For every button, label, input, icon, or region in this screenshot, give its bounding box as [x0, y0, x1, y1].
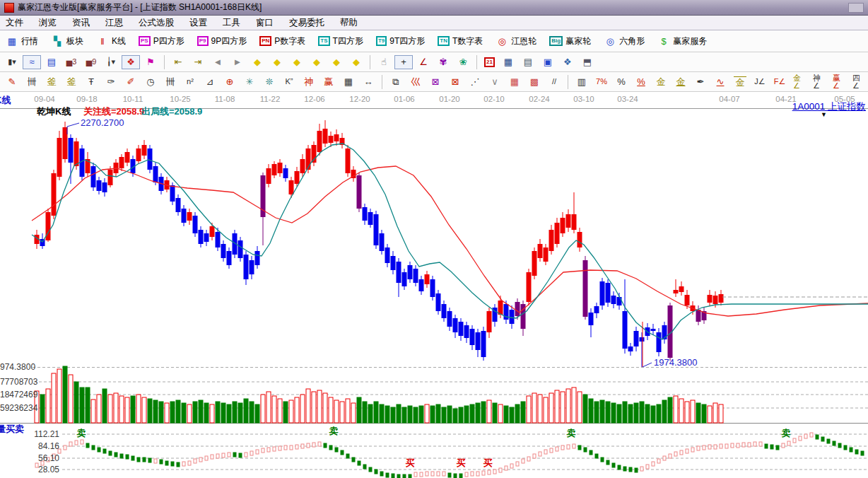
diamond-x-icon[interactable]: ◆ [307, 55, 326, 69]
first-page-icon[interactable]: ⇤ [169, 55, 187, 69]
grid-123-icon[interactable]: ▦ [339, 75, 358, 89]
fan-red-icon[interactable]: 巛 [406, 75, 425, 89]
diamond-h-icon[interactable]: ◆ [288, 55, 306, 69]
menu-item-2[interactable]: 浏览 [39, 17, 57, 29]
chart-area[interactable]: K线 09-0409-1810-1110-2511-0811-2212-0612… [0, 92, 868, 478]
gann-comb-icon[interactable]: 卌 [23, 75, 41, 89]
wave-red-line-icon[interactable]: ∿ [711, 75, 729, 89]
winner-wheel-button[interactable]: Big赢家轮 [546, 34, 594, 49]
shen-angle-icon[interactable]: 神∠ [810, 75, 828, 89]
gold-top-line-icon[interactable]: 金 [731, 75, 749, 89]
menu-item-7[interactable]: 工具 [223, 17, 240, 29]
n-squared-icon[interactable]: n² [181, 75, 199, 89]
spiral-icon[interactable]: ✑ [102, 75, 120, 89]
percent-line-icon[interactable]: % [632, 75, 650, 89]
pane-tab-kline[interactable]: K线 [0, 94, 11, 107]
angle-mirror-icon[interactable]: ⊿ [201, 75, 219, 89]
t-number-table-button[interactable]: TNT数字表 [435, 34, 486, 49]
hand-tool-icon[interactable]: ☝ [375, 55, 393, 69]
si-angle-icon[interactable]: 四∠ [850, 75, 868, 89]
span-arrows-icon[interactable]: ↔ [359, 75, 377, 89]
grid-dots-box-icon[interactable]: ▩ [525, 75, 544, 89]
last-page-icon[interactable]: ⇥ [189, 55, 207, 69]
f-angle-icon[interactable]: F∠ [770, 75, 789, 89]
symbol-caret-icon[interactable]: ▼ [821, 111, 827, 118]
menu-item-5[interactable]: 公式选股 [139, 17, 174, 29]
f-comb-icon[interactable]: Ŧ [82, 75, 100, 89]
9t-square-button[interactable]: T99T四方形 [373, 34, 428, 49]
k-ticks-icon[interactable]: K” [280, 75, 298, 89]
diamond-all-icon[interactable]: ◆ [347, 55, 365, 69]
percent-icon[interactable]: % [612, 75, 631, 89]
hexagon-button[interactable]: ◎六角形 [601, 34, 647, 49]
gann-shape-tool-icon[interactable]: ✾ [434, 55, 452, 69]
gold-comb-1-icon[interactable]: 釜 [42, 75, 61, 89]
candle-style-dropdown[interactable]: ╽▾ [102, 55, 120, 69]
quotes-button[interactable]: ▦行情 [3, 34, 41, 49]
grid-dots-red-icon[interactable]: ▦ [505, 75, 524, 89]
pencil-red-icon[interactable]: ✐ [122, 75, 140, 89]
menu-item-1[interactable]: 文件 [6, 17, 23, 29]
chart-type-dropdown[interactable]: ▮▾ [3, 55, 21, 69]
menu-item-6[interactable]: 设置 [189, 17, 207, 29]
compression-wave-icon[interactable]: ≈ [23, 55, 41, 69]
j-angle-icon[interactable]: J∠ [751, 75, 769, 89]
9p-square-button[interactable]: P99P四方形 [194, 34, 250, 49]
t-square-button[interactable]: TST四方形 [315, 34, 366, 49]
notepad-icon[interactable]: ▤ [519, 55, 537, 69]
info-panel-icon[interactable]: ▤ [42, 55, 61, 69]
p-number-table-button[interactable]: PNP数字表 [257, 34, 308, 49]
export-icon[interactable]: ❖ [558, 55, 577, 69]
calendar-icon[interactable]: 21 [481, 56, 498, 69]
web-2-icon[interactable]: ❊ [260, 75, 278, 89]
pin-tool-icon[interactable]: ✒ [691, 75, 710, 89]
gann-wheel-button[interactable]: ◎江恩轮 [493, 34, 539, 49]
comb-2-icon[interactable]: 卌 [161, 75, 180, 89]
box-measure-icon[interactable]: ⧉ [387, 75, 405, 89]
prev-page-icon[interactable]: ◄ [209, 55, 227, 69]
gold-circle-icon[interactable]: 金 [652, 75, 670, 89]
flag-icon[interactable]: ⚑ [141, 55, 160, 69]
trend-lines-icon[interactable]: ⋰ [466, 75, 484, 89]
shen-tool-icon[interactable]: 神 [300, 75, 318, 89]
price-scale-icon[interactable]: ▥ [573, 75, 591, 89]
menu-item-8[interactable]: 窗口 [256, 17, 274, 29]
fan-box-red-icon[interactable]: ⊠ [446, 75, 464, 89]
gold-line-icon[interactable]: 金 [671, 75, 690, 89]
fan-box-purple-icon[interactable]: ⊠ [426, 75, 445, 89]
qiankun-pattern-icon[interactable]: ❖ [122, 55, 140, 69]
check-wave-icon[interactable]: ∨ [486, 75, 504, 89]
bars-3-icon[interactable]: ▅3 [62, 55, 81, 69]
target-cross-icon[interactable]: ⊕ [221, 75, 239, 89]
computer-icon[interactable]: ⬒ [578, 55, 597, 69]
gold-comb-2-icon[interactable]: 釜 [62, 75, 81, 89]
kline-button[interactable]: ‖K线 [93, 34, 129, 49]
menu-item-10[interactable]: 帮助 [340, 17, 358, 29]
chart-canvas[interactable] [0, 92, 868, 478]
diamond-right-icon[interactable]: ◆ [268, 55, 286, 69]
angle-line-tool-icon[interactable]: ∠ [414, 55, 433, 69]
winner-service-button[interactable]: $赢家服务 [655, 34, 710, 49]
ying-tool-icon[interactable]: 赢 [319, 75, 338, 89]
percent-7-icon[interactable]: 7% [592, 75, 611, 89]
diamond-plus-icon[interactable]: ◆ [327, 55, 346, 69]
window-button[interactable] [848, 3, 864, 13]
crosshair-tool-icon[interactable]: + [394, 55, 413, 69]
gold-angle-icon[interactable]: 金∠ [790, 75, 809, 89]
next-page-icon[interactable]: ► [228, 55, 247, 69]
menu-item-4[interactable]: 江恩 [105, 17, 123, 29]
p-square-button[interactable]: PSP四方形 [136, 34, 187, 49]
ying-angle-icon[interactable]: 赢∠ [830, 75, 848, 89]
save-icon[interactable]: ▣ [539, 55, 557, 69]
cycle-tool-icon[interactable]: ❀ [454, 55, 472, 69]
calculator-icon[interactable]: ▦ [499, 55, 517, 69]
bars-9-icon[interactable]: ▅9 [82, 55, 100, 69]
symbol-label[interactable]: 1A0001 上证指数 [792, 100, 866, 113]
brush-icon[interactable]: ✎ [3, 75, 21, 89]
web-1-icon[interactable]: ✳ [240, 75, 259, 89]
menu-item-9[interactable]: 交易委托 [289, 17, 324, 29]
clock-circle-icon[interactable]: ◷ [141, 75, 160, 89]
diamond-left-icon[interactable]: ◆ [248, 55, 266, 69]
sectors-button[interactable]: ▚板块 [48, 34, 86, 49]
parallel-lines-icon[interactable]: // [545, 75, 563, 89]
